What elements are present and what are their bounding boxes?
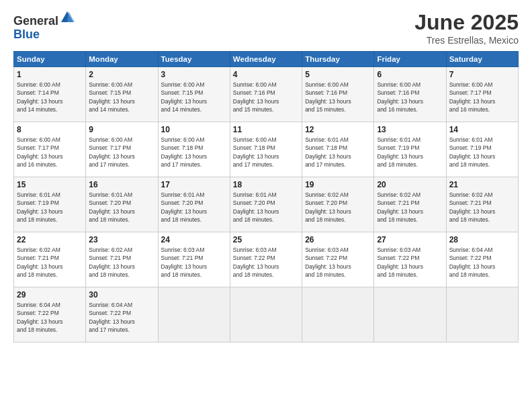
day-cell: 13Sunrise: 6:01 AMSunset: 7:19 PMDayligh… <box>374 122 446 177</box>
day-number: 27 <box>377 235 443 244</box>
logo-text: General Blue <box>13 10 75 42</box>
day-info: Sunrise: 6:00 AMSunset: 7:18 PMDaylight:… <box>233 136 299 169</box>
day-number: 26 <box>305 235 371 244</box>
day-number: 15 <box>17 180 83 189</box>
title-block: June 2025 Tres Estrellas, Mexico <box>414 10 519 46</box>
day-info: Sunrise: 6:03 AMSunset: 7:21 PMDaylight:… <box>161 246 227 279</box>
logo: General Blue <box>13 10 75 42</box>
svg-marker-1 <box>67 11 75 22</box>
main-title: June 2025 <box>414 10 519 35</box>
day-info: Sunrise: 6:02 AMSunset: 7:21 PMDaylight:… <box>449 191 515 224</box>
day-cell: 14Sunrise: 6:01 AMSunset: 7:19 PMDayligh… <box>446 122 518 177</box>
day-number: 25 <box>233 235 299 244</box>
column-header-sunday: Sunday <box>14 52 86 67</box>
day-cell: 3Sunrise: 6:00 AMSunset: 7:15 PMDaylight… <box>158 67 230 122</box>
calendar-body: 1Sunrise: 6:00 AMSunset: 7:14 PMDaylight… <box>14 67 519 342</box>
calendar-header: SundayMondayTuesdayWednesdayThursdayFrid… <box>14 52 519 67</box>
day-cell: 21Sunrise: 6:02 AMSunset: 7:21 PMDayligh… <box>446 177 518 232</box>
day-number: 30 <box>89 290 154 300</box>
day-info: Sunrise: 6:00 AMSunset: 7:14 PMDaylight:… <box>17 81 83 113</box>
day-cell: 20Sunrise: 6:02 AMSunset: 7:21 PMDayligh… <box>374 177 446 232</box>
week-row-5: 29Sunrise: 6:04 AMSunset: 7:22 PMDayligh… <box>14 287 519 342</box>
day-info: Sunrise: 6:02 AMSunset: 7:21 PMDaylight:… <box>377 191 443 224</box>
day-info: Sunrise: 6:00 AMSunset: 7:17 PMDaylight:… <box>17 136 83 169</box>
calendar: SundayMondayTuesdayWednesdayThursdayFrid… <box>13 51 519 342</box>
day-info: Sunrise: 6:02 AMSunset: 7:21 PMDaylight:… <box>89 246 154 279</box>
day-cell: 2Sunrise: 6:00 AMSunset: 7:15 PMDaylight… <box>86 67 158 122</box>
day-number: 14 <box>449 125 515 134</box>
day-number: 12 <box>305 125 371 134</box>
day-info: Sunrise: 6:04 AMSunset: 7:22 PMDaylight:… <box>449 246 515 279</box>
day-info: Sunrise: 6:02 AMSunset: 7:21 PMDaylight:… <box>17 246 83 279</box>
day-info: Sunrise: 6:01 AMSunset: 7:20 PMDaylight:… <box>89 191 154 224</box>
week-row-4: 22Sunrise: 6:02 AMSunset: 7:21 PMDayligh… <box>14 232 519 287</box>
day-number: 4 <box>233 70 299 79</box>
day-cell <box>446 287 518 342</box>
day-number: 5 <box>305 70 371 79</box>
day-number: 6 <box>377 70 443 79</box>
day-info: Sunrise: 6:00 AMSunset: 7:16 PMDaylight:… <box>377 81 443 113</box>
day-cell: 11Sunrise: 6:00 AMSunset: 7:18 PMDayligh… <box>230 122 302 177</box>
day-number: 11 <box>233 125 299 134</box>
day-cell: 8Sunrise: 6:00 AMSunset: 7:17 PMDaylight… <box>14 122 86 177</box>
day-number: 20 <box>377 180 443 189</box>
week-row-2: 8Sunrise: 6:00 AMSunset: 7:17 PMDaylight… <box>14 122 519 177</box>
day-cell <box>374 287 446 342</box>
day-cell: 22Sunrise: 6:02 AMSunset: 7:21 PMDayligh… <box>14 232 86 287</box>
day-info: Sunrise: 6:00 AMSunset: 7:16 PMDaylight:… <box>233 81 299 113</box>
day-info: Sunrise: 6:00 AMSunset: 7:16 PMDaylight:… <box>305 81 371 113</box>
day-number: 7 <box>449 70 515 79</box>
day-info: Sunrise: 6:04 AMSunset: 7:22 PMDaylight:… <box>89 301 154 334</box>
day-number: 1 <box>17 70 83 79</box>
logo-general: General <box>13 14 58 28</box>
day-number: 13 <box>377 125 443 134</box>
day-info: Sunrise: 6:01 AMSunset: 7:20 PMDaylight:… <box>161 191 227 224</box>
day-info: Sunrise: 6:01 AMSunset: 7:19 PMDaylight:… <box>449 136 515 169</box>
header: General Blue June 2025 Tres Estrellas, M… <box>13 10 519 46</box>
day-number: 9 <box>89 125 154 134</box>
day-number: 2 <box>89 70 154 79</box>
day-cell: 4Sunrise: 6:00 AMSunset: 7:16 PMDaylight… <box>230 67 302 122</box>
day-number: 28 <box>449 235 515 244</box>
day-number: 18 <box>233 180 299 189</box>
header-row: SundayMondayTuesdayWednesdayThursdayFrid… <box>14 52 519 67</box>
day-number: 21 <box>449 180 515 189</box>
logo-icon <box>60 10 75 25</box>
day-cell: 12Sunrise: 6:01 AMSunset: 7:18 PMDayligh… <box>302 122 374 177</box>
day-number: 16 <box>89 180 154 189</box>
column-header-saturday: Saturday <box>446 52 518 67</box>
column-header-wednesday: Wednesday <box>230 52 302 67</box>
day-cell: 15Sunrise: 6:01 AMSunset: 7:19 PMDayligh… <box>14 177 86 232</box>
day-cell: 27Sunrise: 6:03 AMSunset: 7:22 PMDayligh… <box>374 232 446 287</box>
day-info: Sunrise: 6:01 AMSunset: 7:18 PMDaylight:… <box>305 136 371 169</box>
day-number: 23 <box>89 235 154 244</box>
day-info: Sunrise: 6:00 AMSunset: 7:17 PMDaylight:… <box>449 81 515 113</box>
day-cell: 18Sunrise: 6:01 AMSunset: 7:20 PMDayligh… <box>230 177 302 232</box>
day-cell: 19Sunrise: 6:02 AMSunset: 7:20 PMDayligh… <box>302 177 374 232</box>
day-cell: 30Sunrise: 6:04 AMSunset: 7:22 PMDayligh… <box>86 287 158 342</box>
day-cell: 28Sunrise: 6:04 AMSunset: 7:22 PMDayligh… <box>446 232 518 287</box>
day-number: 8 <box>17 125 83 134</box>
day-info: Sunrise: 6:01 AMSunset: 7:19 PMDaylight:… <box>17 191 83 224</box>
logo-blue: Blue <box>13 28 40 41</box>
day-cell: 7Sunrise: 6:00 AMSunset: 7:17 PMDaylight… <box>446 67 518 122</box>
day-cell: 5Sunrise: 6:00 AMSunset: 7:16 PMDaylight… <box>302 67 374 122</box>
day-number: 29 <box>17 290 83 300</box>
column-header-friday: Friday <box>374 52 446 67</box>
week-row-1: 1Sunrise: 6:00 AMSunset: 7:14 PMDaylight… <box>14 67 519 122</box>
day-cell: 25Sunrise: 6:03 AMSunset: 7:22 PMDayligh… <box>230 232 302 287</box>
day-cell <box>302 287 374 342</box>
day-info: Sunrise: 6:02 AMSunset: 7:20 PMDaylight:… <box>305 191 371 224</box>
day-cell: 6Sunrise: 6:00 AMSunset: 7:16 PMDaylight… <box>374 67 446 122</box>
day-number: 17 <box>161 180 227 189</box>
column-header-thursday: Thursday <box>302 52 374 67</box>
day-info: Sunrise: 6:00 AMSunset: 7:18 PMDaylight:… <box>161 136 227 169</box>
column-header-tuesday: Tuesday <box>158 52 230 67</box>
day-number: 19 <box>305 180 371 189</box>
day-info: Sunrise: 6:03 AMSunset: 7:22 PMDaylight:… <box>377 246 443 279</box>
day-cell: 17Sunrise: 6:01 AMSunset: 7:20 PMDayligh… <box>158 177 230 232</box>
week-row-3: 15Sunrise: 6:01 AMSunset: 7:19 PMDayligh… <box>14 177 519 232</box>
day-info: Sunrise: 6:01 AMSunset: 7:20 PMDaylight:… <box>233 191 299 224</box>
column-header-monday: Monday <box>86 52 158 67</box>
day-info: Sunrise: 6:00 AMSunset: 7:17 PMDaylight:… <box>89 136 154 169</box>
